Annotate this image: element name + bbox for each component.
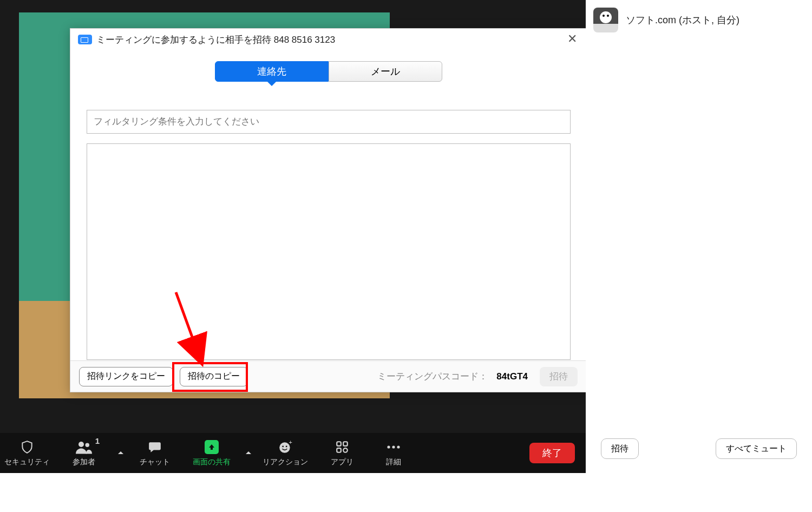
toolbar-share-label: 画面の共有 bbox=[193, 457, 231, 467]
toolbar-more[interactable]: 詳細 bbox=[369, 433, 418, 473]
tab-contacts[interactable]: 連絡先 bbox=[215, 61, 329, 82]
reactions-icon: + bbox=[278, 439, 293, 455]
toolbar-apps[interactable]: アプリ bbox=[315, 433, 369, 473]
share-screen-icon bbox=[205, 439, 219, 455]
toolbar-participants-label: 参加者 bbox=[73, 457, 95, 467]
toolbar-security-label: セキュリティ bbox=[4, 457, 50, 467]
passcode-value: 84tGT4 bbox=[496, 371, 528, 382]
close-icon[interactable]: ✕ bbox=[566, 33, 579, 46]
more-icon bbox=[386, 439, 401, 455]
shield-icon bbox=[20, 439, 34, 455]
toolbar-participants[interactable]: 1 参加者 bbox=[54, 433, 114, 473]
dialog-title: ミーティングに参加するように相手を招待 848 8516 3123 bbox=[96, 34, 335, 46]
tab-email[interactable]: メール bbox=[329, 61, 442, 82]
participant-row[interactable]: ソフト.com (ホスト, 自分) bbox=[586, 0, 812, 32]
toolbar-apps-label: アプリ bbox=[331, 457, 353, 467]
dialog-header: ミーティングに参加するように相手を招待 848 8516 3123 ✕ bbox=[70, 29, 586, 50]
svg-point-13 bbox=[397, 445, 400, 448]
participants-count-badge: 1 bbox=[95, 436, 100, 445]
svg-text:+: + bbox=[289, 440, 292, 445]
toolbar-share-screen[interactable]: 画面の共有 bbox=[182, 433, 241, 473]
toolbar-chat-label: チャット bbox=[140, 457, 170, 467]
mute-all-button[interactable]: すべてミュート bbox=[716, 438, 797, 459]
share-chevron[interactable] bbox=[241, 433, 256, 473]
end-meeting-button[interactable]: 終了 bbox=[529, 443, 575, 463]
filter-input[interactable] bbox=[87, 110, 571, 134]
svg-rect-7 bbox=[337, 442, 341, 446]
copy-link-button[interactable]: 招待リンクをコピー bbox=[79, 367, 173, 386]
chat-icon bbox=[147, 439, 162, 455]
copy-invite-button[interactable]: 招待のコピー bbox=[180, 367, 248, 386]
passcode-label: ミーティングパスコード： bbox=[377, 370, 488, 383]
avatar bbox=[593, 8, 618, 32]
participants-panel-footer: 招待 すべてミュート bbox=[586, 438, 812, 459]
svg-point-11 bbox=[387, 445, 390, 448]
apps-icon bbox=[335, 439, 350, 455]
participants-chevron[interactable] bbox=[114, 433, 128, 473]
invite-button-disabled: 招待 bbox=[540, 367, 578, 386]
svg-point-1 bbox=[78, 442, 84, 447]
toolbar-security[interactable]: セキュリティ bbox=[0, 433, 54, 473]
svg-rect-9 bbox=[337, 448, 341, 452]
participants-icon bbox=[76, 439, 92, 455]
svg-point-10 bbox=[343, 448, 348, 452]
contacts-results bbox=[87, 143, 571, 360]
participant-name: ソフト.com (ホスト, 自分) bbox=[626, 14, 739, 27]
panel-invite-button[interactable]: 招待 bbox=[601, 438, 639, 459]
dialog-footer: 招待リンクをコピー 招待のコピー ミーティングパスコード： 84tGT4 招待 bbox=[70, 360, 586, 392]
invite-dialog: ミーティングに参加するように相手を招待 848 8516 3123 ✕ 連絡先 … bbox=[70, 28, 587, 392]
toolbar-reactions[interactable]: + リアクション bbox=[256, 433, 315, 473]
participants-panel: ソフト.com (ホスト, 自分) 招待 すべてミュート bbox=[586, 0, 812, 512]
svg-rect-8 bbox=[343, 442, 348, 446]
meeting-toolbar: セキュリティ 1 参加者 チャット 画面の共有 bbox=[0, 433, 586, 473]
svg-point-2 bbox=[86, 443, 90, 448]
toolbar-more-label: 詳細 bbox=[386, 457, 401, 467]
svg-point-5 bbox=[286, 446, 287, 448]
tab-row: 連絡先 メール bbox=[70, 61, 586, 82]
svg-point-4 bbox=[282, 446, 284, 448]
zoom-icon bbox=[78, 35, 92, 44]
svg-point-12 bbox=[392, 445, 395, 448]
meeting-area: ミーティングに参加するように相手を招待 848 8516 3123 ✕ 連絡先 … bbox=[0, 0, 586, 473]
toolbar-chat[interactable]: チャット bbox=[128, 433, 182, 473]
toolbar-reactions-label: リアクション bbox=[263, 457, 308, 467]
